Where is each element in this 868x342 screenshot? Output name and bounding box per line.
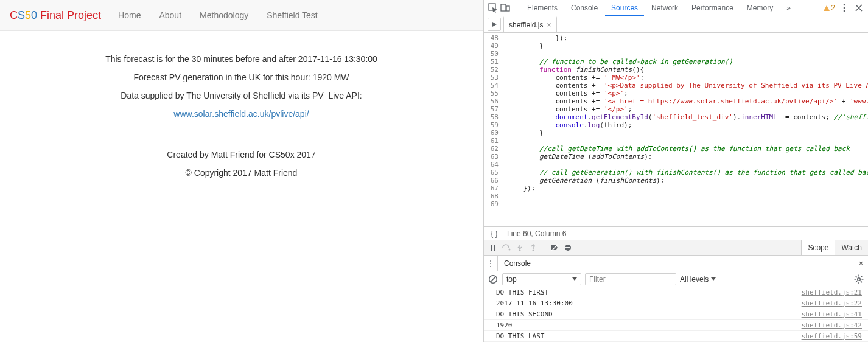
tab-console[interactable]: Console: [565, 0, 604, 16]
footer-copyright: © Copyright 2017 Matt Friend: [0, 168, 483, 178]
api-link[interactable]: www.solar.sheffield.ac.uk/pvlive/api/: [173, 109, 309, 119]
nav-sheffield-test[interactable]: Sheffield Test: [267, 10, 318, 20]
data-source-text: Data supplied by The University of Sheff…: [0, 91, 483, 100]
forecast-pv-text: Forecast PV generation in the UK for thi…: [0, 72, 483, 82]
drawer-tab-console[interactable]: Console: [497, 256, 537, 271]
tab-network[interactable]: Network: [645, 0, 684, 16]
svg-rect-13: [565, 247, 570, 248]
chevron-down-icon: [711, 277, 716, 281]
sources-file-tabbar: sheffield.js ×: [484, 16, 868, 33]
console-message: 1920: [496, 321, 513, 329]
brand-char: S: [18, 9, 25, 21]
console-toolbar: top Filter All levels: [484, 271, 868, 287]
drawer-close-icon[interactable]: ×: [854, 259, 868, 268]
console-output[interactable]: DO THIS FIRSTsheffield.js:212017-11-16 1…: [484, 287, 868, 342]
warning-icon: [824, 5, 830, 11]
step-over-button: [500, 241, 513, 254]
navigator-toggle[interactable]: [488, 18, 501, 31]
filter-placeholder: Filter: [589, 275, 606, 284]
kebab-menu-icon[interactable]: [839, 2, 850, 13]
chevron-down-icon: [572, 277, 577, 281]
debugger-toolbar: Scope Watch: [484, 240, 868, 256]
clear-console-icon[interactable]: [488, 274, 499, 285]
svg-point-4: [844, 7, 845, 9]
file-tab-close-icon[interactable]: ×: [547, 21, 551, 29]
console-source-link[interactable]: sheffield.js:59: [802, 332, 862, 340]
file-tab-label: sheffield.js: [509, 21, 543, 29]
nav-home[interactable]: Home: [118, 10, 141, 20]
step-out-button: [527, 241, 540, 254]
brand-char: 0: [31, 9, 37, 21]
drawer-tabbar: ⋮ Console ×: [484, 256, 868, 271]
log-levels-select[interactable]: All levels: [680, 275, 716, 284]
console-filter-input[interactable]: Filter: [585, 273, 676, 285]
device-toggle-icon[interactable]: [500, 2, 511, 13]
svg-point-9: [519, 250, 521, 251]
scope-tab[interactable]: Scope: [802, 240, 835, 255]
page-content: This forecast is for the 30 minutes befo…: [0, 31, 483, 342]
svg-rect-6: [491, 245, 492, 251]
forecast-window-text: This forecast is for the 30 minutes befo…: [0, 54, 483, 64]
debugger-right-tabs: Scope Watch: [801, 240, 868, 255]
tab-separator: [516, 3, 516, 13]
svg-line-22: [861, 281, 862, 282]
nav-about[interactable]: About: [159, 10, 181, 20]
warnings-badge[interactable]: 2: [824, 4, 835, 12]
warning-count: 2: [831, 4, 835, 12]
console-row: DO THIS SECONDsheffield.js:41: [484, 309, 868, 320]
pause-button[interactable]: [486, 241, 500, 254]
svg-rect-2: [506, 6, 509, 11]
svg-point-10: [533, 250, 534, 251]
levels-label: All levels: [680, 275, 709, 284]
devtools-close-icon[interactable]: [853, 2, 864, 13]
code-area[interactable]: }); } // function to be called-back in g…: [502, 33, 868, 226]
footer-divider: [4, 136, 479, 136]
pause-on-exceptions-button[interactable]: [561, 241, 575, 254]
webpage-pane: CS50 Final Project Home About Methodolog…: [0, 0, 483, 342]
nav-links: Home About Methodology Sheffield Test: [118, 10, 318, 20]
navbar: CS50 Final Project Home About Methodolog…: [0, 0, 483, 31]
deactivate-breakpoints-button[interactable]: [548, 241, 561, 254]
svg-line-23: [861, 276, 862, 277]
brand-char: 5: [25, 9, 31, 21]
devtools-tabbar: Elements Console Sources Network Perform…: [484, 0, 868, 16]
inspect-icon[interactable]: [488, 2, 499, 13]
console-message: DO THIS FIRST: [496, 288, 548, 296]
watch-tab[interactable]: Watch: [835, 240, 868, 255]
editor-statusbar: { } Line 60, Column 6: [484, 226, 868, 240]
brand-char: C: [10, 9, 18, 21]
tab-memory[interactable]: Memory: [741, 0, 779, 16]
file-tab-sheffield[interactable]: sheffield.js ×: [503, 16, 557, 32]
line-gutter: 4849505152535455565758596061626364656667…: [484, 33, 502, 226]
console-row: 1920sheffield.js:42: [484, 320, 868, 331]
cursor-position: Line 60, Column 6: [507, 229, 566, 238]
nav-methodology[interactable]: Methodology: [200, 10, 248, 20]
svg-point-5: [844, 10, 845, 12]
svg-rect-7: [494, 245, 495, 251]
console-row: DO THIS LASTsheffield.js:59: [484, 331, 868, 342]
footer: Created by Matt Friend for CS50x 2017 © …: [0, 150, 483, 178]
svg-line-21: [856, 276, 857, 277]
drawer-menu-icon[interactable]: ⋮: [484, 259, 497, 268]
tab-sources[interactable]: Sources: [605, 0, 644, 16]
console-source-link[interactable]: sheffield.js:21: [802, 288, 862, 296]
brand[interactable]: CS50 Final Project: [10, 9, 101, 22]
pretty-print-icon[interactable]: { }: [489, 228, 500, 239]
console-row: DO THIS FIRSTsheffield.js:21: [484, 287, 868, 298]
code-editor[interactable]: 4849505152535455565758596061626364656667…: [484, 33, 868, 226]
svg-line-15: [490, 276, 495, 282]
console-source-link[interactable]: sheffield.js:41: [802, 310, 862, 318]
console-settings-icon[interactable]: [853, 274, 864, 285]
brand-rest: Final Project: [37, 9, 101, 21]
tab-more[interactable]: »: [780, 0, 797, 16]
console-source-link[interactable]: sheffield.js:22: [802, 299, 862, 307]
tab-performance[interactable]: Performance: [685, 0, 740, 16]
console-message: DO THIS LAST: [496, 332, 544, 340]
console-message: DO THIS SECOND: [496, 310, 553, 318]
console-source-link[interactable]: sheffield.js:42: [802, 321, 862, 329]
tab-elements[interactable]: Elements: [521, 0, 564, 16]
console-row: 2017-11-16 13:30:00sheffield.js:22: [484, 298, 868, 309]
context-value: top: [506, 275, 517, 284]
svg-point-8: [509, 249, 511, 251]
context-select[interactable]: top: [502, 273, 581, 285]
